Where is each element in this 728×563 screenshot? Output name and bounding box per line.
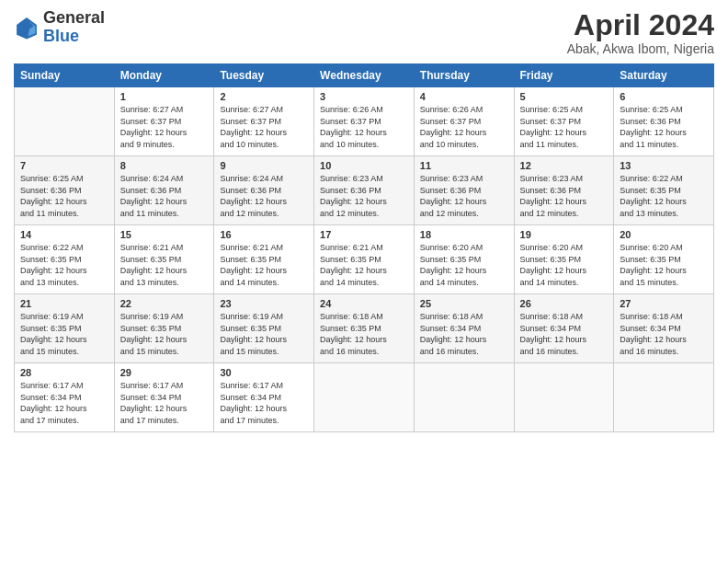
calendar-cell: 8Sunrise: 6:24 AMSunset: 6:36 PMDaylight… [114,156,214,225]
calendar-cell [15,87,115,156]
day-info: Sunrise: 6:23 AMSunset: 6:36 PMDaylight:… [520,173,609,219]
title-block: April 2024 Abak, Akwa Ibom, Nigeria [567,9,714,56]
location: Abak, Akwa Ibom, Nigeria [567,41,714,56]
day-info: Sunrise: 6:18 AMSunset: 6:35 PMDaylight:… [320,311,408,357]
calendar-cell [314,363,415,432]
calendar-table: SundayMondayTuesdayWednesdayThursdayFrid… [14,63,714,432]
day-number: 5 [520,91,609,102]
day-number: 2 [220,91,308,102]
week-row-2: 7Sunrise: 6:25 AMSunset: 6:36 PMDaylight… [15,156,714,225]
calendar-cell: 10Sunrise: 6:23 AMSunset: 6:36 PMDayligh… [314,156,415,225]
calendar-cell: 26Sunrise: 6:18 AMSunset: 6:34 PMDayligh… [514,294,614,363]
day-info: Sunrise: 6:20 AMSunset: 6:35 PMDaylight:… [520,242,609,288]
header: General Blue April 2024 Abak, Akwa Ibom,… [14,9,714,56]
day-info: Sunrise: 6:23 AMSunset: 6:36 PMDaylight:… [320,173,408,219]
day-number: 29 [120,367,209,378]
day-info: Sunrise: 6:19 AMSunset: 6:35 PMDaylight:… [120,311,209,357]
day-info: Sunrise: 6:27 AMSunset: 6:37 PMDaylight:… [220,104,308,150]
calendar-cell: 20Sunrise: 6:20 AMSunset: 6:35 PMDayligh… [614,225,714,294]
day-info: Sunrise: 6:24 AMSunset: 6:36 PMDaylight:… [220,173,308,219]
calendar-cell: 27Sunrise: 6:18 AMSunset: 6:34 PMDayligh… [614,294,714,363]
day-info: Sunrise: 6:20 AMSunset: 6:35 PMDaylight:… [420,242,508,288]
logo-text: General Blue [43,9,105,46]
day-number: 27 [620,298,708,309]
calendar-cell: 19Sunrise: 6:20 AMSunset: 6:35 PMDayligh… [514,225,614,294]
day-number: 1 [120,91,209,102]
day-number: 15 [120,229,209,240]
calendar-cell: 1Sunrise: 6:27 AMSunset: 6:37 PMDaylight… [114,87,214,156]
week-row-1: 1Sunrise: 6:27 AMSunset: 6:37 PMDaylight… [15,87,714,156]
day-info: Sunrise: 6:21 AMSunset: 6:35 PMDaylight:… [120,242,209,288]
day-number: 7 [20,160,108,171]
calendar-cell: 30Sunrise: 6:17 AMSunset: 6:34 PMDayligh… [214,363,314,432]
day-info: Sunrise: 6:27 AMSunset: 6:37 PMDaylight:… [120,104,209,150]
calendar-cell: 3Sunrise: 6:26 AMSunset: 6:37 PMDaylight… [314,87,415,156]
calendar-cell: 5Sunrise: 6:25 AMSunset: 6:37 PMDaylight… [514,87,614,156]
day-info: Sunrise: 6:17 AMSunset: 6:34 PMDaylight:… [120,380,209,426]
day-number: 21 [20,298,108,309]
calendar-cell: 2Sunrise: 6:27 AMSunset: 6:37 PMDaylight… [214,87,314,156]
day-number: 22 [120,298,209,309]
day-number: 23 [220,298,308,309]
day-info: Sunrise: 6:26 AMSunset: 6:37 PMDaylight:… [420,104,508,150]
calendar-cell: 28Sunrise: 6:17 AMSunset: 6:34 PMDayligh… [15,363,115,432]
day-header-friday: Friday [514,64,614,87]
calendar-cell: 9Sunrise: 6:24 AMSunset: 6:36 PMDaylight… [214,156,314,225]
day-number: 14 [20,229,108,240]
day-number: 17 [320,229,408,240]
header-row: SundayMondayTuesdayWednesdayThursdayFrid… [15,64,714,87]
calendar-cell: 4Sunrise: 6:26 AMSunset: 6:37 PMDaylight… [414,87,514,156]
calendar-cell: 16Sunrise: 6:21 AMSunset: 6:35 PMDayligh… [214,225,314,294]
day-info: Sunrise: 6:25 AMSunset: 6:36 PMDaylight:… [20,173,108,219]
day-number: 16 [220,229,308,240]
day-number: 18 [420,229,508,240]
week-row-4: 21Sunrise: 6:19 AMSunset: 6:35 PMDayligh… [15,294,714,363]
day-header-wednesday: Wednesday [314,64,415,87]
day-info: Sunrise: 6:26 AMSunset: 6:37 PMDaylight:… [320,104,408,150]
month-title: April 2024 [567,9,714,41]
calendar-cell: 12Sunrise: 6:23 AMSunset: 6:36 PMDayligh… [514,156,614,225]
day-header-thursday: Thursday [414,64,514,87]
day-number: 8 [120,160,209,171]
day-number: 6 [620,91,708,102]
day-number: 11 [420,160,508,171]
calendar-cell: 22Sunrise: 6:19 AMSunset: 6:35 PMDayligh… [114,294,214,363]
day-info: Sunrise: 6:17 AMSunset: 6:34 PMDaylight:… [20,380,108,426]
day-header-monday: Monday [114,64,214,87]
calendar-cell: 25Sunrise: 6:18 AMSunset: 6:34 PMDayligh… [414,294,514,363]
day-info: Sunrise: 6:25 AMSunset: 6:36 PMDaylight:… [620,104,708,150]
day-number: 9 [220,160,308,171]
day-info: Sunrise: 6:19 AMSunset: 6:35 PMDaylight:… [220,311,308,357]
day-number: 20 [620,229,708,240]
day-number: 4 [420,91,508,102]
day-number: 13 [620,160,708,171]
week-row-3: 14Sunrise: 6:22 AMSunset: 6:35 PMDayligh… [15,225,714,294]
calendar-cell: 24Sunrise: 6:18 AMSunset: 6:35 PMDayligh… [314,294,415,363]
calendar-cell [414,363,514,432]
day-number: 12 [520,160,609,171]
day-number: 24 [320,298,408,309]
day-info: Sunrise: 6:18 AMSunset: 6:34 PMDaylight:… [620,311,708,357]
day-info: Sunrise: 6:20 AMSunset: 6:35 PMDaylight:… [620,242,708,288]
page: General Blue April 2024 Abak, Akwa Ibom,… [0,0,728,563]
calendar-cell: 18Sunrise: 6:20 AMSunset: 6:35 PMDayligh… [414,225,514,294]
day-number: 30 [220,367,308,378]
day-number: 3 [320,91,408,102]
day-header-sunday: Sunday [15,64,115,87]
calendar-cell: 14Sunrise: 6:22 AMSunset: 6:35 PMDayligh… [15,225,115,294]
day-info: Sunrise: 6:18 AMSunset: 6:34 PMDaylight:… [420,311,508,357]
week-row-5: 28Sunrise: 6:17 AMSunset: 6:34 PMDayligh… [15,363,714,432]
day-info: Sunrise: 6:25 AMSunset: 6:37 PMDaylight:… [520,104,609,150]
day-number: 19 [520,229,609,240]
day-number: 10 [320,160,408,171]
calendar-cell: 6Sunrise: 6:25 AMSunset: 6:36 PMDaylight… [614,87,714,156]
day-info: Sunrise: 6:17 AMSunset: 6:34 PMDaylight:… [220,380,308,426]
day-info: Sunrise: 6:18 AMSunset: 6:34 PMDaylight:… [520,311,609,357]
day-info: Sunrise: 6:21 AMSunset: 6:35 PMDaylight:… [220,242,308,288]
logo-general: General [43,9,105,28]
logo-icon [14,15,40,40]
calendar-cell: 23Sunrise: 6:19 AMSunset: 6:35 PMDayligh… [214,294,314,363]
day-header-tuesday: Tuesday [214,64,314,87]
day-info: Sunrise: 6:23 AMSunset: 6:36 PMDaylight:… [420,173,508,219]
day-info: Sunrise: 6:24 AMSunset: 6:36 PMDaylight:… [120,173,209,219]
